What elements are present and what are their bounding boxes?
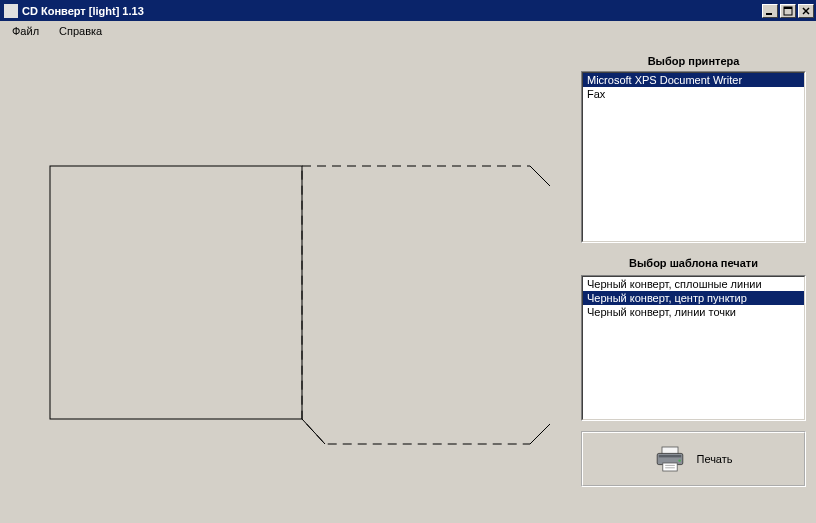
svg-rect-5 bbox=[50, 166, 302, 419]
svg-rect-14 bbox=[663, 463, 677, 471]
print-panel: Печать bbox=[581, 431, 806, 487]
printer-section-label: Выбор принтера bbox=[581, 55, 806, 67]
print-button[interactable]: Печать bbox=[644, 441, 742, 477]
printer-item[interactable]: Microsoft XPS Document Writer bbox=[583, 73, 804, 87]
svg-point-13 bbox=[679, 459, 681, 461]
window-controls bbox=[762, 4, 814, 18]
titlebar: CD Конверт [light] 1.13 bbox=[0, 0, 816, 21]
svg-line-7 bbox=[530, 166, 550, 191]
envelope-preview bbox=[30, 141, 550, 471]
print-button-label: Печать bbox=[696, 453, 732, 465]
template-item[interactable]: Черный конверт, сплошные линии bbox=[583, 277, 804, 291]
menubar: Файл Справка bbox=[0, 21, 816, 41]
template-item[interactable]: Черный конверт, линии точки bbox=[583, 305, 804, 319]
right-pane: Выбор принтера Microsoft XPS Document Wr… bbox=[581, 41, 816, 523]
svg-marker-6 bbox=[302, 166, 550, 444]
preview-pane bbox=[0, 41, 581, 523]
window-title: CD Конверт [light] 1.13 bbox=[22, 5, 762, 17]
printer-listbox[interactable]: Microsoft XPS Document WriterFax bbox=[581, 71, 806, 243]
menu-help[interactable]: Справка bbox=[53, 23, 108, 39]
printer-item[interactable]: Fax bbox=[583, 87, 804, 101]
template-section-label: Выбор шаблона печати bbox=[581, 257, 806, 269]
printer-icon bbox=[654, 445, 686, 473]
minimize-button[interactable] bbox=[762, 4, 778, 18]
svg-line-8 bbox=[530, 419, 550, 444]
app-icon bbox=[4, 4, 18, 18]
content: Выбор принтера Microsoft XPS Document Wr… bbox=[0, 41, 816, 523]
menu-file[interactable]: Файл bbox=[6, 23, 45, 39]
svg-line-9 bbox=[302, 419, 325, 444]
template-item[interactable]: Черный конверт, центр пунктир bbox=[583, 291, 804, 305]
template-listbox[interactable]: Черный конверт, сплошные линииЧерный кон… bbox=[581, 275, 806, 421]
close-button[interactable] bbox=[798, 4, 814, 18]
svg-rect-12 bbox=[659, 455, 681, 457]
maximize-button[interactable] bbox=[780, 4, 796, 18]
